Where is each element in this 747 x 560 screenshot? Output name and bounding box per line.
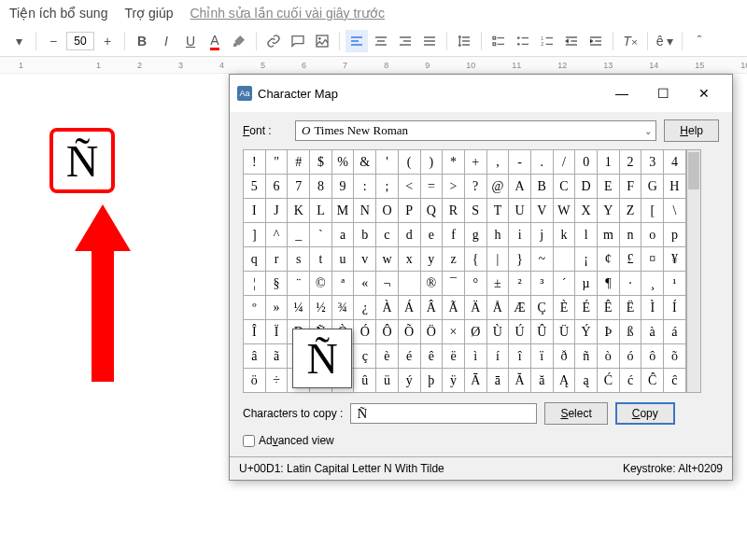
char-cell[interactable]: r: [266, 247, 289, 272]
char-cell[interactable]: ": [266, 150, 289, 175]
char-cell[interactable]: ½: [310, 296, 332, 320]
char-cell[interactable]: ¤: [641, 247, 664, 272]
char-cell[interactable]: /: [554, 150, 576, 175]
char-cell[interactable]: ?: [465, 175, 487, 199]
checklist-button[interactable]: [487, 30, 510, 52]
link-button[interactable]: [262, 30, 285, 52]
char-cell[interactable]: <: [399, 175, 421, 199]
char-cell[interactable]: é: [399, 344, 421, 369]
fontsize-increase-button[interactable]: +: [96, 30, 119, 52]
style-dropdown[interactable]: ▾: [7, 30, 30, 52]
char-cell[interactable]: P: [399, 199, 421, 223]
advanced-view-checkbox[interactable]: [243, 435, 255, 447]
char-cell[interactable]: A: [509, 175, 531, 199]
char-cell[interactable]: ü: [376, 369, 399, 393]
char-cell[interactable]: ë: [443, 344, 465, 369]
char-cell[interactable]: R: [443, 199, 465, 223]
char-cell[interactable]: ;: [376, 175, 399, 199]
chevron-up-icon[interactable]: ˆ: [688, 30, 711, 52]
char-cell[interactable]: Ą: [554, 369, 576, 393]
char-cell[interactable]: %: [332, 150, 355, 175]
help-button[interactable]: Help: [664, 119, 719, 142]
align-justify-button[interactable]: [418, 30, 441, 52]
char-cell[interactable]: ¾: [332, 296, 355, 320]
char-cell[interactable]: E: [598, 175, 620, 199]
char-cell[interactable]: ³: [531, 272, 554, 296]
char-cell[interactable]: â: [244, 344, 266, 369]
char-cell[interactable]: §: [266, 272, 289, 296]
char-cell[interactable]: ÷: [266, 369, 289, 393]
char-cell[interactable]: Û: [531, 320, 554, 344]
char-cell[interactable]: x: [399, 247, 421, 272]
char-cell[interactable]: N: [354, 199, 376, 223]
char-cell[interactable]: m: [598, 223, 620, 247]
char-cell[interactable]: *: [443, 150, 465, 175]
char-cell[interactable]: Á: [399, 296, 421, 320]
highlight-button[interactable]: [228, 30, 250, 52]
char-cell[interactable]: _: [288, 223, 310, 247]
align-right-button[interactable]: [394, 30, 416, 52]
fontsize-input[interactable]: [66, 32, 94, 50]
char-cell[interactable]: Q: [421, 199, 444, 223]
char-cell[interactable]: Z: [620, 199, 642, 223]
char-cell[interactable]: ­: [399, 272, 421, 296]
char-cell[interactable]: 2: [620, 150, 642, 175]
underline-button[interactable]: U: [179, 30, 202, 52]
char-cell[interactable]: u: [332, 247, 355, 272]
char-cell[interactable]: 7: [288, 175, 310, 199]
char-cell[interactable]: D: [575, 175, 598, 199]
char-cell[interactable]: l: [575, 223, 598, 247]
char-cell[interactable]: ì: [465, 344, 487, 369]
char-cell[interactable]: h: [487, 223, 510, 247]
close-button[interactable]: ✕: [684, 80, 725, 106]
char-cell[interactable]: Ý: [575, 320, 598, 344]
char-cell[interactable]: º: [244, 296, 266, 320]
char-cell[interactable]: v: [354, 247, 376, 272]
char-cell[interactable]: Ä: [465, 296, 487, 320]
char-cell[interactable]: $: [310, 150, 332, 175]
char-cell[interactable]: }: [509, 247, 531, 272]
char-cell[interactable]: B: [531, 175, 554, 199]
char-cell[interactable]: ć: [620, 369, 642, 393]
char-cell[interactable]: U: [509, 199, 531, 223]
char-cell[interactable]: W: [554, 199, 576, 223]
char-cell[interactable]: ¶: [598, 272, 620, 296]
char-cell[interactable]: z: [443, 247, 465, 272]
char-cell[interactable]: ¥: [664, 247, 686, 272]
select-button[interactable]: Select: [544, 402, 607, 425]
char-cell[interactable]: È: [554, 296, 576, 320]
char-cell[interactable]: w: [376, 247, 399, 272]
char-cell[interactable]: ñ: [575, 344, 598, 369]
char-cell[interactable]: `: [310, 223, 332, 247]
char-cell[interactable]: S: [465, 199, 487, 223]
copy-button[interactable]: Copy: [615, 402, 675, 425]
char-cell[interactable]: 5: [244, 175, 266, 199]
fontsize-decrease-button[interactable]: −: [42, 30, 64, 52]
char-cell[interactable]: #: [288, 150, 310, 175]
char-cell[interactable]: &: [354, 150, 376, 175]
input-tools-button[interactable]: ê ▾: [654, 30, 676, 52]
char-cell[interactable]: Ó: [354, 320, 376, 344]
char-cell[interactable]: ÿ: [443, 369, 465, 393]
char-cell[interactable]: Ï: [266, 320, 289, 344]
char-cell[interactable]: Ć: [598, 369, 620, 393]
char-cell[interactable]: ĉ: [664, 369, 686, 393]
char-cell[interactable]: +: [465, 150, 487, 175]
char-cell[interactable]: Í: [664, 296, 686, 320]
bold-button[interactable]: B: [131, 30, 153, 52]
char-cell[interactable]: =: [421, 175, 444, 199]
char-cell[interactable]: ~: [531, 247, 554, 272]
char-cell[interactable]: ¨: [288, 272, 310, 296]
char-cell[interactable]: 0: [575, 150, 598, 175]
char-cell[interactable]: ©: [310, 272, 332, 296]
char-cell[interactable]: Ê: [598, 296, 620, 320]
char-cell[interactable]: M: [332, 199, 355, 223]
char-cell[interactable]: Þ: [598, 320, 620, 344]
char-cell[interactable]: í: [487, 344, 510, 369]
image-button[interactable]: [311, 30, 333, 52]
char-cell[interactable]: !: [244, 150, 266, 175]
comment-button[interactable]: [287, 30, 309, 52]
char-cell[interactable]: K: [288, 199, 310, 223]
char-cell[interactable]: n: [620, 223, 642, 247]
char-cell[interactable]: Å: [487, 296, 510, 320]
